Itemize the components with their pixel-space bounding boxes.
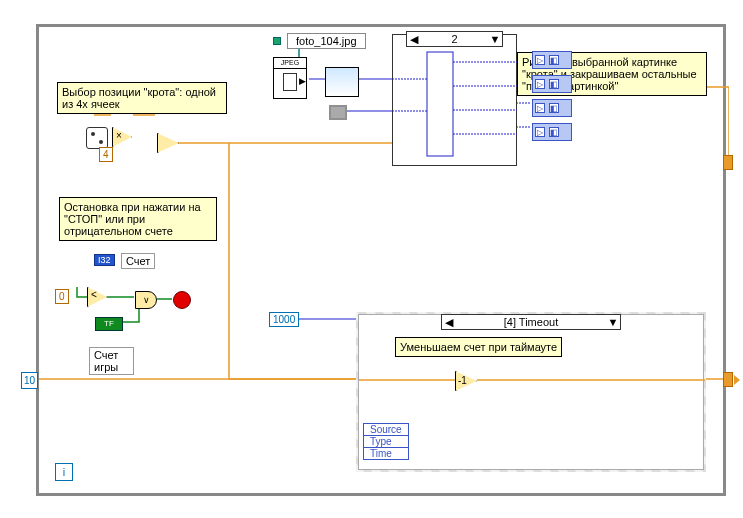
- color-constant[interactable]: [329, 105, 347, 120]
- picture-out-1[interactable]: ▷◧: [532, 51, 572, 69]
- boolean-indicator: TF: [95, 317, 123, 331]
- file-path-control[interactable]: foto_104.jpg: [273, 33, 366, 49]
- event-field-source: Source: [364, 424, 408, 436]
- loop-iteration-terminal: i: [55, 463, 73, 481]
- picture-out-2[interactable]: ▷◧: [532, 75, 572, 93]
- case-next-icon[interactable]: ▼: [488, 33, 502, 45]
- round-node: [157, 133, 179, 153]
- event-data-fields: Source Type Time: [363, 423, 409, 460]
- event-case-name: [4] Timeout: [456, 316, 606, 328]
- event-prev-icon[interactable]: ◀: [442, 316, 456, 329]
- while-loop: 10 i Выбор позиции "крота": одной из 4х …: [36, 24, 726, 496]
- shift-register-right[interactable]: [723, 372, 733, 387]
- i32-type-icon: I32: [94, 254, 115, 266]
- picture-node: [325, 67, 359, 97]
- loop-tunnel-right2: [723, 155, 733, 170]
- less-than-label: <: [91, 289, 97, 300]
- score-label: Счет: [121, 253, 155, 269]
- case-value: 2: [421, 33, 488, 45]
- event-selector[interactable]: ◀ [4] Timeout ▼: [441, 314, 621, 330]
- const-1000[interactable]: 1000: [269, 312, 299, 327]
- comment-position: Выбор позиции "крота": одной из 4х ячеек: [57, 82, 227, 114]
- event-field-type: Type: [364, 436, 408, 448]
- picture-out-3[interactable]: ▷◧: [532, 99, 572, 117]
- less-than-node: [87, 287, 107, 307]
- event-field-time: Time: [364, 448, 408, 459]
- multiply-label: ×: [116, 130, 122, 141]
- multiply-node: [112, 127, 132, 147]
- shift-register-left[interactable]: 10: [21, 372, 38, 389]
- const-4[interactable]: 4: [99, 147, 113, 162]
- random-dice-icon: [86, 127, 108, 149]
- score-game-label: Счет игры: [89, 347, 134, 375]
- decrement-label: -1: [458, 375, 467, 386]
- loop-stop-icon[interactable]: [173, 291, 191, 309]
- file-name: foto_104.jpg: [287, 33, 366, 49]
- case-structure: ◀ 2 ▼: [392, 34, 517, 166]
- picture-out-4[interactable]: ▷◧: [532, 123, 572, 141]
- case-selector[interactable]: ◀ 2 ▼: [406, 31, 503, 47]
- comment-stop: Остановка при нажатии на "СТОП" или при …: [59, 197, 217, 241]
- jpeg-decoder-node: JPEG: [273, 57, 307, 99]
- const-0[interactable]: 0: [55, 289, 69, 304]
- path-pin-icon: [273, 37, 281, 45]
- file-doc-icon: [283, 73, 297, 91]
- event-next-icon[interactable]: ▼: [606, 316, 620, 328]
- comment-timeout: Уменьшаем счет при таймауте: [395, 337, 562, 357]
- case-prev-icon[interactable]: ◀: [407, 33, 421, 46]
- event-structure: ◀ [4] Timeout ▼ Уменьшаем счет при тайма…: [356, 312, 706, 472]
- or-node: ∨: [135, 291, 157, 309]
